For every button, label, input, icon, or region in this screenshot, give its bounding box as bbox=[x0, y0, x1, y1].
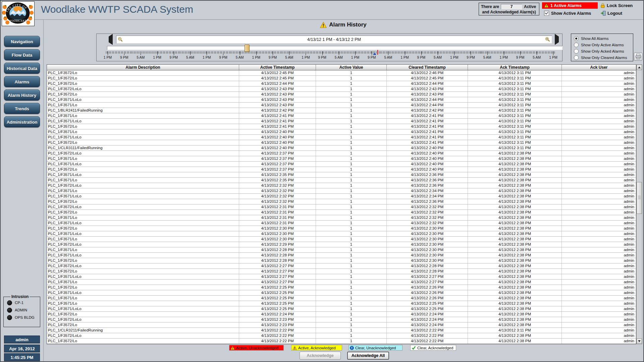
column-header-active-value[interactable]: Active Value bbox=[316, 65, 387, 70]
table-row[interactable]: PLC_1/F3571/Lo4/13/2012 2:28 PM14/13/201… bbox=[47, 247, 636, 253]
lock-screen-button[interactable]: Lock Screen bbox=[600, 3, 633, 8]
current-date-button[interactable]: Apr 16, 2012 bbox=[4, 345, 40, 352]
table-row[interactable]: PLC_1/F3572/LoLo4/13/2012 2:27 PM14/13/2… bbox=[47, 263, 636, 269]
zoom-in-icon[interactable] bbox=[545, 37, 550, 42]
acknowledge-all-button[interactable]: Acknowledge All bbox=[347, 352, 389, 360]
table-row[interactable]: PLC_1/F3572/LoLo4/13/2012 2:43 PM14/13/2… bbox=[47, 86, 636, 92]
table-row[interactable]: PLC_1/F3571/LoLo4/13/2012 2:30 PM14/13/2… bbox=[47, 231, 636, 237]
table-row[interactable]: PLC_1/F3572/Lo4/13/2012 2:32 PM14/13/201… bbox=[47, 199, 636, 204]
table-row[interactable]: PLC_1/F3571/LoLo4/13/2012 2:32 PM14/13/2… bbox=[47, 194, 636, 199]
table-row[interactable]: PLC_1/F3571/Lo4/13/2012 2:35 PM14/13/201… bbox=[47, 178, 636, 183]
table-row[interactable]: PLC_1/F3572/Lo4/13/2012 2:45 PM14/13/201… bbox=[47, 70, 636, 76]
warning-triangle-icon bbox=[544, 3, 549, 8]
filter-option-show-only-cleared-alarms[interactable]: Show Only Cleared Alarms bbox=[574, 54, 633, 61]
cell-active-value: 1 bbox=[316, 237, 387, 242]
lock-screen-label: Lock Screen bbox=[607, 3, 633, 8]
table-row[interactable]: PLC_1/F3572/LoLo4/13/2012 2:32 PM14/13/2… bbox=[47, 183, 636, 188]
table-row[interactable]: PLC_1/F3572/LoLo4/13/2012 2:29 PM14/13/2… bbox=[47, 242, 636, 247]
table-scrollbar[interactable] bbox=[636, 64, 642, 344]
ruler-major-tick bbox=[289, 51, 289, 55]
table-row[interactable]: PLC_1/F3571/Lo4/13/2012 2:37 PM14/13/201… bbox=[47, 156, 636, 162]
table-row[interactable]: PLC_1/F3571/LoLo4/13/2012 2:27 PM14/13/2… bbox=[47, 274, 636, 280]
table-row[interactable]: PLC_1/F3572/Lo4/13/2012 2:27 PM14/13/201… bbox=[47, 269, 636, 274]
sidebar-item-administration[interactable]: Administration bbox=[4, 116, 40, 127]
table-row[interactable]: PLC_1/F3571/Lo4/13/2012 2:40 PM14/13/201… bbox=[47, 129, 636, 135]
print-button[interactable] bbox=[634, 53, 642, 61]
table-row[interactable]: PLC_1/F3572/LoLo4/13/2012 2:31 PM14/13/2… bbox=[47, 204, 636, 210]
cell-ack-user: admin bbox=[562, 339, 636, 344]
table-row[interactable]: PLC_1/F3571/Lo4/13/2012 2:27 PM14/13/201… bbox=[47, 280, 636, 285]
table-row[interactable]: PLC_1/F3572/Lo4/13/2012 2:24 PM14/13/201… bbox=[47, 312, 636, 317]
acknowledge-button[interactable]: Acknowledge bbox=[300, 352, 341, 360]
table-row[interactable]: PLC_1/F3572/Lo4/13/2012 2:31 PM14/13/201… bbox=[47, 210, 636, 215]
table-row[interactable]: PLC_1/F3571/LoLo4/13/2012 2:40 PM14/13/2… bbox=[47, 135, 636, 140]
table-row[interactable]: PLC_1/F3571/LoLo4/13/2012 2:31 PM14/13/2… bbox=[47, 221, 636, 226]
table-row[interactable]: PLC_1/F3572/LoLo4/13/2012 2:23 PM14/13/2… bbox=[47, 317, 636, 322]
table-row[interactable]: PLC_1/F3572/Lo4/13/2012 2:30 PM14/13/201… bbox=[47, 226, 636, 231]
table-row[interactable]: PLC_1/F3571/LoLo4/13/2012 2:35 PM14/13/2… bbox=[47, 172, 636, 178]
table-row[interactable]: PLC_1/F3572/Lo4/13/2012 2:43 PM14/13/201… bbox=[47, 92, 636, 97]
column-header-ack-user[interactable]: Ack User bbox=[562, 65, 636, 70]
filter-option-show-only-active-alarms[interactable]: Show Only Active Alarms bbox=[574, 42, 633, 48]
column-header-ack-timestamp[interactable]: Ack Timestamp bbox=[468, 65, 562, 70]
show-active-alarms-toggle[interactable]: Show Active Alarms bbox=[544, 11, 591, 16]
table-row[interactable]: PLC_1/CLR3211/FailedRunning4/13/2012 2:2… bbox=[47, 328, 636, 333]
table-row[interactable]: PLC_1/F3571/LoLo4/13/2012 2:41 PM14/13/2… bbox=[47, 119, 636, 124]
scroll-down-button[interactable] bbox=[637, 339, 642, 344]
table-row[interactable]: PLC_1/F3572/Lo4/13/2012 2:23 PM14/13/201… bbox=[47, 322, 636, 328]
table-row[interactable]: PLC_1/F3571/LoLo4/13/2012 2:28 PM14/13/2… bbox=[47, 253, 636, 258]
cell-active-value: 1 bbox=[316, 135, 387, 140]
table-row[interactable]: PLC_1/F3571/Lo4/13/2012 2:25 PM14/13/201… bbox=[47, 296, 636, 301]
table-row[interactable]: PLC_1/F3571/Lo4/13/2012 2:25 PM14/13/201… bbox=[47, 301, 636, 306]
filter-option-show-all-alarms[interactable]: Show All Alarms bbox=[574, 35, 633, 42]
sidebar-item-alarm-history[interactable]: Alarm History bbox=[4, 89, 40, 101]
show-active-alarms-checkbox[interactable] bbox=[544, 11, 549, 16]
scroll-up-button[interactable] bbox=[637, 65, 642, 70]
current-time-button[interactable]: 1:45:25 PM bbox=[4, 353, 40, 361]
table-row[interactable]: PLC_1/CLR3111/FailedRunning4/13/2012 2:4… bbox=[47, 145, 636, 151]
cell-cleared-timestamp: 4/13/2012 2:22 PM bbox=[387, 328, 468, 333]
filter-option-show-only-acked-alarms[interactable]: Show Only Acked Alarms bbox=[574, 48, 633, 54]
zoom-out-icon[interactable] bbox=[118, 37, 123, 42]
sidebar-item-historical-data[interactable]: Historical Data bbox=[4, 63, 40, 74]
table-row[interactable]: PLC_1/F3572/Lo4/13/2012 2:37 PM14/13/201… bbox=[47, 167, 636, 172]
column-header-alarm-description[interactable]: Alarm Description bbox=[47, 65, 239, 70]
sidebar-item-navigation[interactable]: Navigation bbox=[4, 36, 40, 47]
table-row[interactable]: PLC_1/F3571/Lo4/13/2012 2:41 PM14/13/201… bbox=[47, 113, 636, 119]
table-row[interactable]: PLC_1/F3572/Lo4/13/2012 2:45 PM14/13/201… bbox=[47, 76, 636, 81]
timeline-slider-track[interactable] bbox=[107, 46, 562, 50]
table-row[interactable]: PLC_1/F3572/LoLo4/13/2012 2:22 PM14/13/2… bbox=[47, 333, 636, 339]
table-row[interactable]: PLC_1/F3571/LoLo4/13/2012 2:25 PM14/13/2… bbox=[47, 290, 636, 296]
current-user-button[interactable]: admin bbox=[4, 336, 40, 343]
column-header-cleared-timestamp[interactable]: Cleared Timestamp bbox=[387, 65, 468, 70]
table-row[interactable]: PLC_1/F3571/Lo4/13/2012 2:32 PM14/13/201… bbox=[47, 188, 636, 194]
table-row[interactable]: PLC_1/F3571/LoLo4/13/2012 2:37 PM14/13/2… bbox=[47, 162, 636, 167]
table-row[interactable]: PLC_1/F3571/LoLo4/13/2012 2:43 PM14/13/2… bbox=[47, 97, 636, 103]
table-row[interactable]: PLC_1/F3571/Lo4/13/2012 2:43 PM14/13/201… bbox=[47, 103, 636, 108]
table-row[interactable]: PLC_1/F3572/Lo4/13/2012 2:22 PM14/13/201… bbox=[47, 339, 636, 344]
table-row[interactable]: PLC_1/F3571/Lo4/13/2012 2:31 PM14/13/201… bbox=[47, 215, 636, 221]
sidebar-item-flow-data[interactable]: Flow Data bbox=[4, 49, 40, 60]
active-alarms-button[interactable]: 1 Active Alarms bbox=[542, 2, 598, 9]
timeline-back-button[interactable] bbox=[109, 37, 113, 42]
table-row[interactable]: PLC_1/F3571/Lo4/13/2012 2:30 PM14/13/201… bbox=[47, 237, 636, 242]
table-row[interactable]: PLC_1/BLR2411/FailedRunning4/13/2012 2:4… bbox=[47, 108, 636, 113]
logout-button[interactable]: Logout bbox=[600, 11, 622, 16]
timeline-range-field[interactable]: 4/13/12 1 PM - 4/13/12 2 PM bbox=[116, 36, 552, 44]
cell-ack-timestamp: 4/13/2012 2:38 PM bbox=[468, 274, 562, 279]
table-row[interactable]: PLC_1/F3572/Lo4/13/2012 2:40 PM14/13/201… bbox=[47, 140, 636, 145]
scrollbar-thumb[interactable] bbox=[637, 182, 642, 214]
timeline-forward-button[interactable] bbox=[555, 37, 559, 42]
column-header-active-timestamp[interactable]: Active Timestamp bbox=[239, 65, 316, 70]
table-row[interactable]: PLC_1/F3571/LoLo4/13/2012 2:25 PM14/13/2… bbox=[47, 306, 636, 312]
table-row[interactable]: PLC_1/F3572/LoLo4/13/2012 2:37 PM14/13/2… bbox=[47, 151, 636, 156]
ruler-major-tick bbox=[504, 51, 504, 55]
table-row[interactable]: PLC_1/F3572/Lo4/13/2012 2:41 PM14/13/201… bbox=[47, 124, 636, 129]
cell-ack-user: admin bbox=[562, 172, 636, 177]
table-row[interactable]: PLC_1/F3572/Lo4/13/2012 2:28 PM14/13/201… bbox=[47, 258, 636, 263]
timeline-slider-handle[interactable] bbox=[245, 45, 250, 52]
table-row[interactable]: PLC_1/F3572/Lo4/13/2012 2:44 PM14/13/201… bbox=[47, 81, 636, 86]
table-row[interactable]: PLC_1/F3572/Lo4/13/2012 2:25 PM14/13/201… bbox=[47, 285, 636, 290]
sidebar-item-trends[interactable]: Trends bbox=[4, 103, 40, 114]
sidebar-item-alarms[interactable]: Alarms bbox=[4, 76, 40, 87]
